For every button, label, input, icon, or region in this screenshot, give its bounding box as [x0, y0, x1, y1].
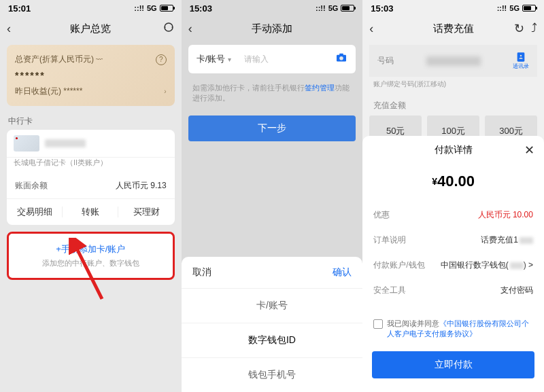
bound-account-info: 账户绑定号码(浙江移动) [362, 77, 544, 92]
status-bar: 15:03 ::!!5G [182, 0, 363, 16]
bank-card-block: 长城电子借记卡（II类账户） 账面余额 人民币元 9.13 交易明细 转账 买理… [7, 130, 175, 225]
agreement-row: 我已阅读并同意《中国银行股份有限公司个人客户电子支付服务协议》 [362, 312, 544, 346]
card-number-masked [45, 139, 86, 147]
invest-action[interactable]: 买理财 [118, 199, 174, 225]
balance-value: 9.13 [150, 181, 166, 190]
status-time: 15:01 [8, 3, 31, 14]
option-wallet-id[interactable]: 数字钱包ID [182, 323, 363, 358]
card-number-input[interactable]: 请输入 [244, 54, 336, 65]
svg-point-0 [165, 23, 173, 31]
security-tool-value: 支付密码 [500, 285, 533, 296]
agreement-checkbox[interactable] [373, 319, 383, 329]
close-icon[interactable]: ✕ [524, 143, 534, 158]
card-type: 长城电子借记卡（II类账户） [7, 158, 175, 173]
help-icon[interactable]: ? [156, 54, 167, 65]
back-icon[interactable]: ‹ [7, 22, 11, 36]
cancel-button[interactable]: 取消 [192, 266, 211, 279]
refresh-icon[interactable]: ↻ [514, 21, 524, 36]
contacts-icon[interactable]: 通讯录 [513, 52, 529, 70]
sign-manage-link[interactable]: 签约管理 [305, 84, 335, 92]
card-input-form: 卡/账号 ▾ 请输入 [188, 45, 356, 73]
page-title: 手动添加 [252, 22, 292, 35]
order-value: 话费充值1 [481, 234, 533, 246]
svg-rect-5 [517, 52, 525, 61]
transfer-action[interactable]: 转账 [63, 199, 118, 225]
payment-title: 付款详情 [435, 144, 473, 156]
section-label: 中行卡 [0, 110, 182, 130]
svg-point-3 [340, 56, 344, 60]
card-field-label: 卡/账号 ▾ [197, 53, 244, 65]
pay-now-button[interactable]: 立即付款 [372, 351, 534, 378]
page-title: 话费充值 [433, 22, 474, 35]
share-icon[interactable]: ⤴ [531, 21, 537, 36]
discount-label: 优惠 [373, 209, 390, 221]
payment-amount: ¥40.00 [362, 164, 544, 202]
balance-row: 账面余额 人民币元 9.13 [7, 173, 175, 199]
status-bar: 15:01 ::!!5G [0, 0, 182, 16]
option-card-account[interactable]: 卡/账号 [182, 289, 363, 323]
yesterday-gain[interactable]: 昨日收益(元) ****** [15, 86, 82, 97]
svg-line-1 [75, 245, 102, 299]
chevron-right-icon: › [164, 88, 166, 95]
transactions-action[interactable]: 交易明细 [7, 199, 63, 225]
page-title: 账户总览 [70, 22, 111, 35]
back-icon[interactable]: ‹ [188, 22, 192, 36]
status-right: ::!!5G [134, 4, 173, 12]
asset-value: ****** [15, 67, 167, 84]
option-wallet-phone[interactable]: 钱包手机号 [182, 358, 363, 392]
status-right: ::!!5G [497, 4, 536, 12]
card-header[interactable] [7, 130, 175, 158]
asset-summary-card[interactable]: 总资产(折算人民币元) 〰 ? ****** 昨日收益(元) ****** › [7, 45, 175, 106]
status-time: 15:03 [190, 3, 212, 14]
security-tool-label: 安全工具 [373, 285, 406, 296]
picker-sheet: 取消 确认 卡/账号 数字钱包ID 钱包手机号 [182, 257, 363, 392]
amount-section-label: 充值金额 [362, 92, 544, 115]
nav-bar: ‹ 账户总览 [0, 16, 182, 41]
hint-text: 如需添加他行卡，请前往手机银行签约管理功能进行添加。 [182, 77, 363, 109]
camera-icon[interactable] [335, 53, 347, 65]
nav-bar: ‹ 手动添加 [182, 16, 363, 41]
balance-label: 账面余额 [15, 180, 48, 192]
status-time: 15:03 [371, 3, 393, 14]
svg-rect-4 [340, 54, 344, 56]
discount-value: 人民币元 10.00 [478, 209, 533, 221]
next-button[interactable]: 下一步 [188, 115, 356, 141]
phone-number-masked [426, 56, 481, 66]
confirm-button[interactable]: 确认 [333, 266, 352, 279]
status-bar: 15:03 ::!!5G [362, 0, 544, 16]
svg-point-6 [520, 55, 522, 57]
order-label: 订单说明 [373, 234, 406, 246]
payment-sheet: 付款详情 ✕ ¥40.00 优惠 人民币元 10.00 订单说明 话费充值1 付… [362, 136, 544, 392]
phone-number-row[interactable]: 号码 通讯录 [369, 45, 537, 77]
support-icon[interactable] [163, 21, 175, 37]
back-icon[interactable]: ‹ [369, 22, 373, 36]
total-asset-label: 总资产(折算人民币元) [15, 54, 94, 64]
annotation-arrow [68, 238, 122, 306]
status-right: ::!!5G [316, 4, 354, 12]
card-image [14, 135, 39, 152]
payment-account-row[interactable]: 付款账户/钱包 中国银行数字钱包() > [362, 253, 544, 278]
nav-bar: ‹ 话费充值 ↻ ⤴ [362, 16, 544, 41]
